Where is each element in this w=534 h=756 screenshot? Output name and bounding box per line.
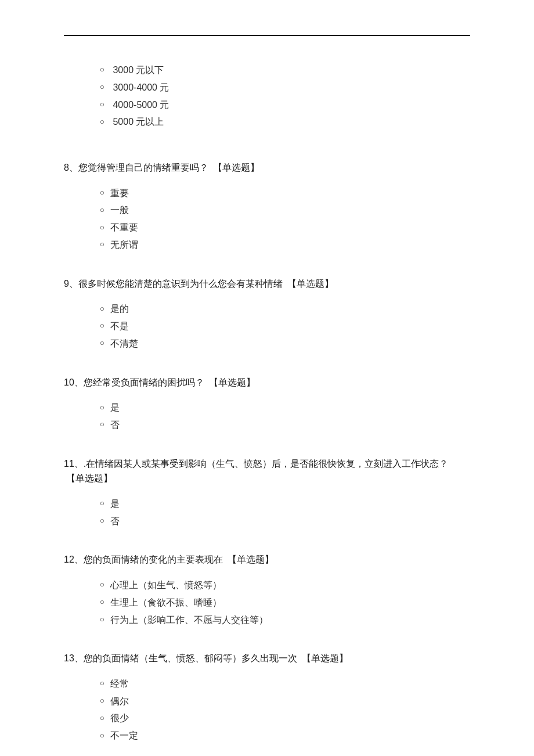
option-row: ○无所谓 [100,236,470,253]
question-type-tag: 【单选题】 [66,473,113,483]
option-row: ○行为上（影响工作、不愿与人交往等） [100,611,470,628]
question-8: 8、您觉得管理自己的情绪重要吗？ 【单选题】 ○重要 ○一般 ○不重要 ○无所谓 [64,160,470,253]
radio-bullet-icon: ○ [100,238,110,251]
option-row: ○不是 [100,318,470,334]
question-type-tag: 【单选题】 [228,555,274,564]
question-number: 11、 [64,459,84,469]
option-row: ○ 5000 元以上 [100,113,470,130]
option-text: 一般 [110,205,129,215]
radio-bullet-icon: ○ [100,418,110,431]
option-row: ○否 [100,513,470,530]
radio-bullet-icon: ○ [100,514,110,528]
option-row: ○一般 [100,201,470,218]
radio-bullet-icon: ○ [100,613,110,627]
options-list: ○心理上（如生气、愤怒等） ○生理上（食欲不振、嗜睡） ○行为上（影响工作、不愿… [64,577,470,628]
option-row: ○不重要 [100,219,470,236]
option-row: ○是的 [100,300,470,317]
option-text: 生理上（食欲不振、嗜睡） [110,597,222,607]
radio-bullet-icon: ○ [100,116,110,129]
question-text: 很多时候您能清楚的意识到为什么您会有某种情绪 [78,279,283,289]
question-text: 您的负面情绪（生气、愤怒、郁闷等）多久出现一次 [84,653,297,663]
option-row: ○ 4000-5000 元 [100,96,470,113]
option-text: 是 [110,499,120,509]
question-title: 11、.在情绪因某人或某事受到影响（生气、愤怒）后，是否能很快恢复，立刻进入工作… [64,456,470,486]
option-row: ○ 3000-4000 元 [100,79,470,96]
radio-bullet-icon: ○ [100,204,110,217]
question-number: 13、 [64,653,84,663]
option-row: ○经常 [100,675,470,692]
option-text: 无所谓 [110,240,138,250]
option-row: ○不清楚 [100,335,470,352]
option-text: 是的 [110,304,129,314]
question-text: 您经常受负面情绪的困扰吗？ [84,377,204,387]
radio-bullet-icon: ○ [100,186,110,200]
question-number: 9、 [64,279,78,289]
option-text: 偶尔 [110,696,129,705]
question-9: 9、很多时候您能清楚的意识到为什么您会有某种情绪 【单选题】 ○是的 ○不是 ○… [64,276,470,352]
orphan-options-block: ○ 3000 元以下 ○ 3000-4000 元 ○ 4000-5000 元 ○… [64,62,470,130]
option-row: ○心理上（如生气、愤怒等） [100,577,470,593]
question-number: 12、 [64,555,84,564]
radio-bullet-icon: ○ [100,497,110,510]
question-title: 12、您的负面情绪的变化的主要表现在 【单选题】 [64,552,470,567]
option-row: ○生理上（食欲不振、嗜睡） [100,594,470,611]
radio-bullet-icon: ○ [100,729,110,743]
options-list: ○是的 ○不是 ○不清楚 [64,300,470,351]
options-list: ○是 ○否 [64,399,470,433]
question-text: 您觉得管理自己的情绪重要吗？ [78,163,208,172]
option-text: 不重要 [110,222,138,232]
radio-bullet-icon: ○ [100,319,110,333]
radio-bullet-icon: ○ [100,221,110,235]
radio-bullet-icon: ○ [100,303,110,316]
question-title: 8、您觉得管理自己的情绪重要吗？ 【单选题】 [64,160,470,175]
options-list: ○重要 ○一般 ○不重要 ○无所谓 [64,185,470,253]
option-text: 5000 元以上 [113,117,164,127]
question-text: 您的负面情绪的变化的主要表现在 [84,555,223,564]
option-row: ○是 [100,399,470,416]
options-list: ○经常 ○偶尔 ○很少 ○不一定 [64,675,470,744]
option-text: 心理上（如生气、愤怒等） [110,580,222,590]
radio-bullet-icon: ○ [100,677,110,690]
option-text: 3000-4000 元 [113,82,169,92]
option-text: 否 [110,516,120,525]
question-number: 10、 [64,377,84,387]
radio-bullet-icon: ○ [100,712,110,725]
radio-bullet-icon: ○ [100,63,110,77]
radio-bullet-icon: ○ [100,98,110,111]
option-row: ○ 3000 元以下 [100,62,470,78]
option-row: ○重要 [100,185,470,201]
question-title: 10、您经常受负面情绪的困扰吗？ 【单选题】 [64,375,470,390]
radio-bullet-icon: ○ [100,81,110,94]
question-title: 13、您的负面情绪（生气、愤怒、郁闷等）多久出现一次 【单选题】 [64,651,470,666]
radio-bullet-icon: ○ [100,694,110,708]
question-title: 9、很多时候您能清楚的意识到为什么您会有某种情绪 【单选题】 [64,276,470,291]
option-row: ○否 [100,416,470,433]
radio-bullet-icon: ○ [100,596,110,609]
option-row: ○偶尔 [100,693,470,710]
option-text: 4000-5000 元 [113,99,169,109]
option-text: 重要 [110,188,129,197]
option-text: 否 [110,420,120,430]
options-list: ○是 ○否 [64,495,470,530]
option-text: 很少 [110,713,129,723]
question-11: 11、.在情绪因某人或某事受到影响（生气、愤怒）后，是否能很快恢复，立刻进入工作… [64,456,470,530]
question-13: 13、您的负面情绪（生气、愤怒、郁闷等）多久出现一次 【单选题】 ○经常 ○偶尔… [64,651,470,744]
option-text: 3000 元以下 [113,65,164,75]
option-row: ○很少 [100,710,470,726]
question-type-tag: 【单选题】 [287,279,334,289]
option-text: 行为上（影响工作、不愿与人交往等） [110,614,268,624]
radio-bullet-icon: ○ [100,578,110,592]
question-10: 10、您经常受负面情绪的困扰吗？ 【单选题】 ○是 ○否 [64,375,470,433]
option-text: 不清楚 [110,339,138,348]
question-number: 8、 [64,163,78,172]
question-type-tag: 【单选题】 [213,163,259,172]
option-row: ○不一定 [100,727,470,744]
document-page: ○ 3000 元以下 ○ 3000-4000 元 ○ 4000-5000 元 ○… [0,0,534,756]
option-text: 是 [110,402,120,412]
option-text: 不是 [110,321,129,331]
question-type-tag: 【单选题】 [209,377,255,387]
question-12: 12、您的负面情绪的变化的主要表现在 【单选题】 ○心理上（如生气、愤怒等） ○… [64,552,470,628]
question-type-tag: 【单选题】 [302,653,348,663]
radio-bullet-icon: ○ [100,337,110,350]
option-row: ○是 [100,495,470,512]
